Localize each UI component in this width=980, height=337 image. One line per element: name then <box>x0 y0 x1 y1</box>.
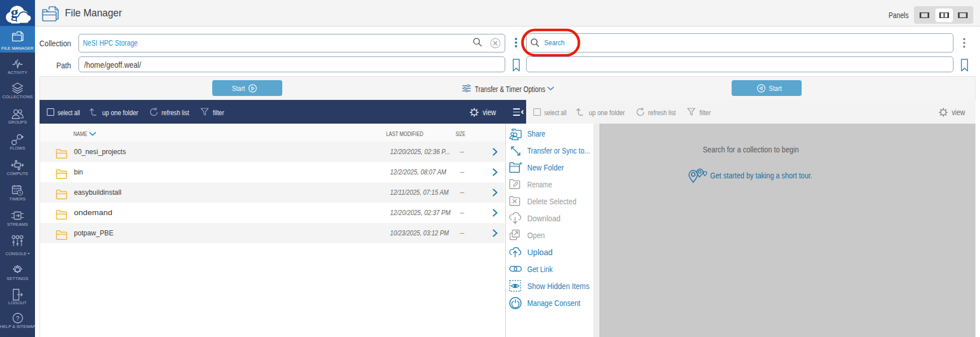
svg-text:?: ? <box>16 315 19 322</box>
